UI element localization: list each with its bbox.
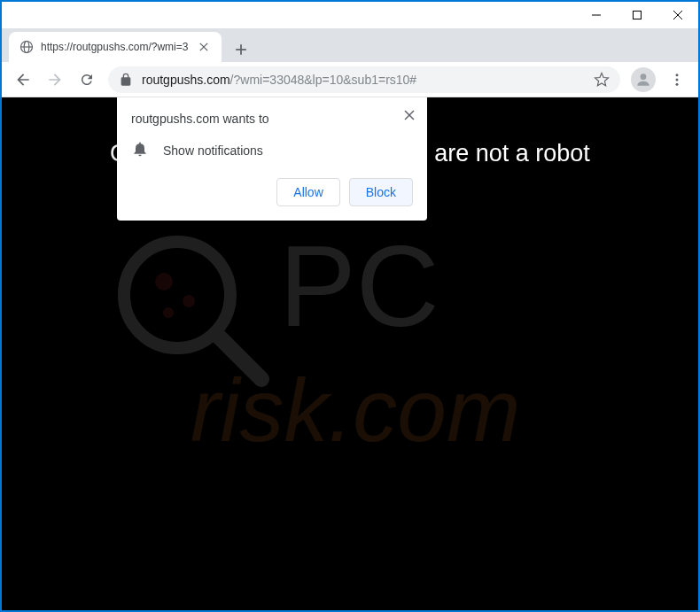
svg-point-18 bbox=[183, 295, 195, 307]
bookmark-button[interactable] bbox=[594, 72, 610, 88]
close-icon bbox=[673, 10, 683, 20]
titlebar bbox=[2, 2, 698, 28]
url-domain: routgpushs.com bbox=[142, 73, 230, 87]
lock-icon[interactable] bbox=[119, 73, 133, 87]
menu-button[interactable] bbox=[663, 66, 691, 94]
maximize-button[interactable] bbox=[617, 2, 657, 28]
bell-icon bbox=[131, 140, 149, 160]
svg-point-13 bbox=[676, 78, 679, 81]
svg-point-19 bbox=[163, 307, 174, 318]
svg-point-11 bbox=[641, 74, 647, 80]
globe-icon bbox=[19, 40, 34, 54]
address-bar[interactable]: routgpushs.com/?wmi=33048&lp=10&sub1=rs1… bbox=[108, 66, 620, 93]
allow-button[interactable]: Allow bbox=[276, 178, 339, 206]
close-icon bbox=[199, 43, 208, 51]
person-icon bbox=[634, 71, 652, 89]
svg-point-12 bbox=[676, 74, 679, 76]
page-content: Click Allow to confirm that you are not … bbox=[2, 97, 698, 610]
watermark-top: PC bbox=[279, 221, 439, 351]
browser-window: https://routgpushs.com/?wmi=3 routgpushs… bbox=[2, 2, 698, 610]
svg-line-16 bbox=[217, 335, 261, 379]
kebab-icon bbox=[669, 72, 685, 88]
block-button[interactable]: Block bbox=[349, 178, 413, 206]
back-button[interactable] bbox=[9, 66, 37, 94]
permission-close-button[interactable] bbox=[402, 108, 416, 122]
watermark-bottom: risk.com bbox=[191, 360, 520, 460]
tab-title: https://routgpushs.com/?wmi=3 bbox=[41, 41, 190, 53]
svg-rect-1 bbox=[634, 12, 642, 19]
close-icon bbox=[404, 110, 415, 120]
minimize-button[interactable] bbox=[576, 2, 617, 28]
tab-close-button[interactable] bbox=[197, 40, 211, 54]
reload-icon bbox=[79, 72, 95, 88]
permission-popup: routgpushs.com wants to Show notificatio… bbox=[117, 97, 427, 221]
permission-buttons: Allow Block bbox=[131, 178, 413, 206]
plus-icon bbox=[235, 43, 247, 56]
permission-capability: Show notifications bbox=[163, 143, 263, 158]
url-path: /?wmi=33048&lp=10&sub1=rs10# bbox=[230, 73, 417, 87]
svg-point-15 bbox=[124, 242, 230, 348]
arrow-right-icon bbox=[46, 71, 64, 89]
browser-tab[interactable]: https://routgpushs.com/?wmi=3 bbox=[9, 32, 222, 62]
minimize-icon bbox=[591, 10, 602, 20]
close-window-button[interactable] bbox=[657, 2, 698, 28]
svg-point-14 bbox=[676, 82, 679, 85]
arrow-left-icon bbox=[14, 71, 32, 89]
profile-button[interactable] bbox=[631, 67, 656, 92]
watermark: PC risk.com bbox=[84, 220, 616, 489]
tabstrip: https://routgpushs.com/?wmi=3 bbox=[2, 28, 698, 62]
permission-origin: routgpushs.com wants to bbox=[131, 112, 413, 126]
maximize-icon bbox=[632, 10, 642, 20]
star-icon bbox=[594, 72, 610, 88]
forward-button bbox=[41, 66, 69, 94]
toolbar: routgpushs.com/?wmi=33048&lp=10&sub1=rs1… bbox=[2, 62, 698, 97]
svg-point-17 bbox=[155, 273, 173, 291]
url-text: routgpushs.com/?wmi=33048&lp=10&sub1=rs1… bbox=[142, 73, 416, 87]
permission-capability-row: Show notifications bbox=[131, 140, 413, 160]
new-tab-button[interactable] bbox=[229, 37, 253, 62]
reload-button[interactable] bbox=[73, 66, 101, 94]
